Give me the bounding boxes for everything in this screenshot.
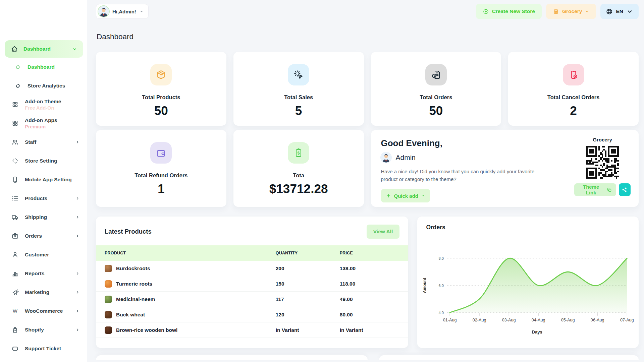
circle-arc-icon [14, 63, 21, 71]
orders-chart-card: Orders 4.06.08.001-Aug02-Aug03-Aug04-Aug… [417, 217, 639, 348]
user-icon [11, 251, 19, 258]
qr-store-label: Grocery [593, 137, 612, 142]
create-new-store-button[interactable]: Create New Store [476, 4, 542, 19]
stat-value: $13712.28 [269, 182, 328, 196]
stat-icon-box [288, 64, 309, 85]
dots-circle-icon [11, 157, 19, 165]
grid-icon [11, 101, 19, 108]
ticket-icon [11, 345, 19, 352]
product-thumbnail [105, 311, 112, 318]
chevron-right-icon [75, 215, 80, 220]
theme-link-copy-button[interactable]: Theme Link [574, 183, 616, 196]
sidebar-item-orders[interactable]: Orders [5, 227, 83, 245]
table-row[interactable]: Burdockroots 200 138.00 [96, 261, 408, 276]
create-new-store-label: Create New Store [492, 8, 535, 14]
sidebar-item-label: Marketing [25, 289, 49, 296]
order-document-icon [431, 69, 441, 80]
sidebar: Dashboard Dashboard Store Analytics Add-… [0, 0, 87, 362]
sidebar-item-dashboard[interactable]: Dashboard [5, 58, 83, 76]
svg-text:03-Aug: 03-Aug [502, 318, 516, 322]
table-row[interactable]: Brown-rice wooden bowl In Variant In Var… [96, 322, 408, 338]
user-menu-chip[interactable]: Hi,Admin! [96, 4, 149, 19]
svg-text:W: W [13, 308, 17, 314]
table-row[interactable]: Buck wheat 120 80.00 [96, 307, 408, 322]
product-name: Burdockroots [116, 265, 150, 272]
sidebar-item-mobile-app-setting[interactable]: Mobile App Setting [5, 170, 83, 189]
sidebar-item-woocommerce[interactable]: W WooCommerce [5, 302, 83, 320]
stat-value: 50 [429, 104, 443, 118]
product-name: Turmeric roots [116, 281, 152, 287]
shopify-bag-icon [11, 326, 19, 334]
home-icon [11, 45, 18, 53]
theme-link-row: Theme Link [574, 183, 631, 196]
sidebar-section-label: Dashboard [23, 46, 51, 52]
caret-down-icon [421, 194, 425, 198]
woocommerce-icon: W [11, 307, 19, 315]
store-selector-button[interactable]: Grocery [546, 4, 596, 19]
table-row[interactable]: Medicinal-neem 117 49.00 [96, 292, 408, 307]
theme-link-label: Theme Link [578, 184, 604, 195]
svg-text:4.0: 4.0 [439, 311, 444, 315]
sidebar-item-label: Store Analytics [28, 83, 65, 89]
orders-chart-title: Orders [417, 217, 639, 237]
circle-arc-icon [14, 82, 21, 89]
sidebar-section-dashboard[interactable]: Dashboard [5, 40, 83, 58]
product-quantity: 200 [276, 265, 340, 272]
plus-icon [386, 193, 391, 198]
sidebar-item-label: Support Ticket [25, 346, 61, 352]
quick-add-button[interactable]: Quick add [381, 189, 430, 202]
latest-products-title: Latest Products [105, 228, 152, 235]
stat-label: Total Refund Orders [135, 172, 187, 179]
greeting-message: Have a nice day! Did you know that you c… [381, 168, 542, 183]
sidebar-item-products[interactable]: Products [5, 189, 83, 208]
stat-value: 2 [570, 104, 577, 118]
page-title: Dashboard [97, 33, 639, 41]
chevron-right-icon [75, 271, 80, 276]
sidebar-item-customer[interactable]: Customer [5, 245, 83, 264]
product-name: Medicinal-neem [116, 296, 155, 302]
sidebar-item-support-ticket[interactable]: Support Ticket [5, 339, 83, 358]
globe-icon [606, 8, 613, 15]
product-thumbnail [105, 296, 112, 303]
product-quantity: In Variant [276, 327, 340, 333]
column-product: PRODUCT [105, 251, 276, 255]
sidebar-item-reports[interactable]: Reports [5, 264, 83, 283]
product-name: Brown-rice wooden bowl [116, 327, 177, 333]
stat-label: Total Cancel Orders [547, 94, 600, 101]
stat-icon-box [425, 64, 447, 85]
lower-section: Latest Products View All PRODUCT QUANTIT… [96, 217, 639, 348]
latest-products-header: Latest Products View All [96, 217, 408, 245]
product-price: 80.00 [340, 312, 409, 318]
stat-card-total-products: Total Products 50 [96, 52, 226, 126]
chevron-down-icon [626, 8, 633, 15]
sidebar-item-label: Mobile App Setting [25, 177, 72, 183]
svg-text:05-Aug: 05-Aug [561, 318, 575, 322]
svg-text:07-Aug: 07-Aug [620, 318, 634, 322]
sidebar-item-add-on-apps[interactable]: Add-on AppsPremium [5, 114, 83, 133]
package-box-icon [156, 69, 166, 80]
user-avatar [98, 6, 109, 17]
svg-text:06-Aug: 06-Aug [591, 318, 604, 322]
sidebar-item-staff[interactable]: Staff [5, 133, 83, 152]
table-row[interactable]: Turmeric roots 150 118.00 [96, 276, 408, 292]
sidebar-item-shipping[interactable]: Shipping [5, 208, 83, 227]
product-price: In Variant [340, 327, 409, 333]
stat-value: 50 [154, 104, 168, 118]
sidebar-item-store-analytics[interactable]: Store Analytics [5, 76, 83, 95]
stat-card-total-refund-orders: Total Refund Orders 1 [96, 130, 226, 207]
grid-icon [11, 120, 19, 127]
partial-card-right [379, 355, 639, 360]
sidebar-item-label: WooCommerce [25, 308, 63, 314]
sidebar-item-add-on-theme[interactable]: Add-on ThemeFree Add-On [5, 95, 83, 114]
view-all-button[interactable]: View All [367, 225, 400, 239]
sidebar-item-label: Add-on Apps [25, 117, 57, 124]
sidebar-item-shopify[interactable]: Shopify [5, 320, 83, 339]
sidebar-item-store-setting[interactable]: Store Setting [5, 152, 83, 170]
wallet-icon [156, 147, 166, 158]
product-quantity: 150 [276, 281, 340, 287]
svg-text:04-Aug: 04-Aug [532, 318, 545, 322]
sidebar-item-sublabel: Premium [25, 124, 57, 129]
sidebar-item-marketing[interactable]: Marketing [5, 283, 83, 302]
share-button[interactable] [619, 183, 631, 196]
language-selector-button[interactable]: EN [600, 4, 639, 19]
